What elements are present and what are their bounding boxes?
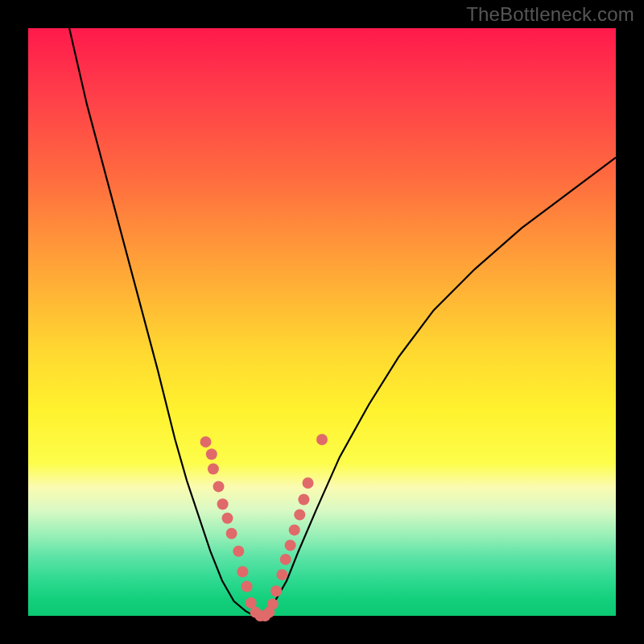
highlight-point [200, 436, 212, 448]
highlight-point [303, 477, 314, 489]
highlight-point [276, 569, 287, 580]
highlight-point [280, 554, 291, 565]
chart-frame: TheBottleneck.com [0, 0, 644, 644]
highlight-point [217, 498, 229, 510]
highlight-point [222, 513, 233, 524]
highlight-point [267, 598, 279, 609]
highlight-point [298, 494, 309, 506]
highlight-point [206, 448, 217, 460]
highlight-point [270, 585, 282, 597]
highlight-point [285, 539, 296, 551]
highlight-point [289, 524, 300, 535]
highlight-point [237, 566, 248, 577]
highlight-point [233, 546, 244, 557]
highlight-point [213, 481, 225, 492]
highlight-point [226, 528, 237, 539]
highlight-point [294, 509, 305, 520]
watermark-text: TheBottleneck.com [466, 3, 634, 26]
bottleneck-curve [69, 28, 616, 616]
chart-svg [28, 28, 616, 616]
highlight-point [208, 464, 219, 475]
highlight-point [242, 581, 253, 592]
highlight-point [316, 434, 328, 445]
